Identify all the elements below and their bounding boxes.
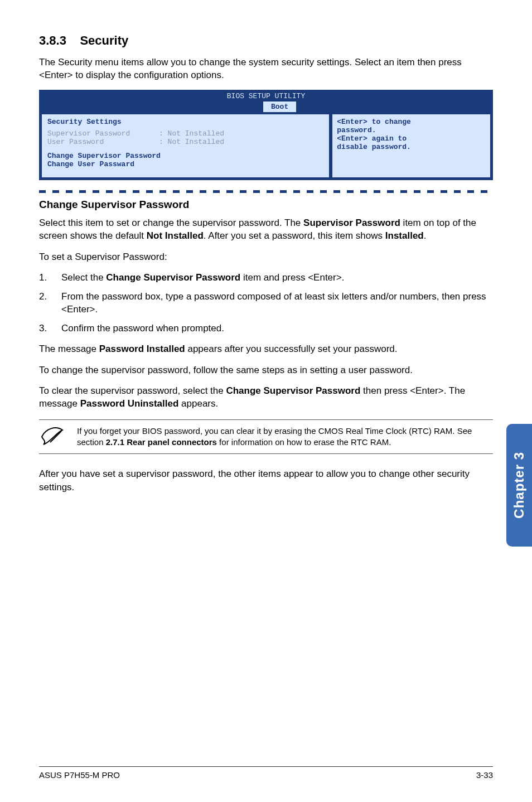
bold-text: Change Supervisor Password	[226, 385, 360, 396]
step-1: 1. Select the Change Supervisor Password…	[39, 271, 493, 284]
bios-row-label: User Password	[47, 138, 159, 146]
bios-tab-boot: Boot	[263, 102, 296, 112]
footer-page-number: 3-33	[476, 770, 493, 780]
bold-text: 2.7.1 Rear panel connectors	[106, 437, 217, 447]
section-number: 3.8.3	[39, 33, 66, 47]
section-heading: 3.8.3 Security	[39, 33, 493, 48]
bios-title: BIOS SETUP UTILITY	[40, 91, 492, 102]
step-number: 1.	[39, 271, 61, 284]
step-number: 3.	[39, 322, 61, 335]
text: Select this item to set or change the su…	[39, 218, 303, 228]
bios-help-line: password.	[337, 126, 486, 134]
bios-help-line: disable password.	[337, 143, 486, 151]
intro-paragraph: The Security menu items allow you to cha…	[39, 56, 493, 82]
subheading-change-supervisor: Change Supervisor Password	[39, 199, 493, 211]
step-text: From the password box, type a password c…	[61, 290, 493, 316]
page-footer: ASUS P7H55-M PRO 3-33	[39, 766, 493, 780]
chapter-side-tab: Chapter 3	[506, 424, 532, 547]
step-2: 2. From the password box, type a passwor…	[39, 290, 493, 316]
bold-text: Supervisor Password	[303, 218, 400, 228]
step-number: 2.	[39, 290, 61, 316]
bios-row-label: Supervisor Password	[47, 129, 159, 138]
text: .	[424, 230, 427, 241]
bios-help-line: <Enter> to change	[337, 118, 486, 126]
bold-text: Change Supervisor Password	[106, 272, 240, 283]
bios-action-change-user: Change User Passward	[47, 160, 323, 168]
note-text: If you forget your BIOS password, you ca…	[77, 426, 493, 448]
step-text: Confirm the password when prompted.	[61, 322, 224, 335]
bios-help-line: <Enter> again to	[337, 134, 486, 143]
section-title-text: Security	[80, 33, 128, 47]
text: item and press <Enter>.	[240, 272, 344, 283]
bios-action-change-supervisor: Change Supervisor Password	[47, 152, 323, 160]
step-3: 3. Confirm the password when prompted.	[39, 322, 493, 335]
chapter-label: Chapter 3	[511, 452, 527, 519]
bold-text: Installed	[385, 230, 424, 241]
note-block: If you forget your BIOS password, you ca…	[39, 419, 493, 455]
bios-screenshot: BIOS SETUP UTILITY Boot Security Setting…	[39, 90, 493, 180]
torn-edge-decoration	[39, 190, 493, 193]
footer-product: ASUS P7H55-M PRO	[39, 770, 120, 780]
text: . After you set a password, this item sh…	[204, 230, 385, 241]
bold-text: Not Installed	[147, 230, 204, 241]
paragraph-5: To clear the supervisor password, select…	[39, 384, 493, 410]
text: To clear the supervisor password, select…	[39, 385, 226, 396]
bios-panel-heading: Security Settings	[47, 118, 323, 126]
paragraph-3: The message Password Installed appears a…	[39, 342, 493, 355]
paragraph-4: To change the supervisor password, follo…	[39, 364, 493, 376]
steps-list: 1. Select the Change Supervisor Password…	[39, 271, 493, 335]
bios-row-value: : Not Installed	[159, 138, 224, 146]
bios-row-user: User Password : Not Installed	[47, 138, 323, 146]
bold-text: Password Installed	[99, 344, 185, 354]
text: appears.	[178, 398, 218, 409]
text: The message	[39, 344, 99, 354]
paragraph-2: To set a Supervisor Password:	[39, 250, 493, 263]
svg-line-0	[50, 431, 61, 442]
text: for information on how to erase the RTC …	[217, 437, 391, 447]
bios-left-panel: Security Settings Supervisor Password : …	[41, 114, 330, 178]
bios-row-value: : Not Installed	[159, 129, 224, 138]
paragraph-6: After you have set a supervisor password…	[39, 467, 493, 494]
note-icon	[39, 426, 66, 448]
paragraph-1: Select this item to set or change the su…	[39, 216, 493, 243]
bios-help-panel: <Enter> to change password. <Enter> agai…	[332, 114, 491, 178]
bold-text: Password Uninstalled	[80, 398, 179, 409]
text: Select the	[61, 272, 106, 283]
bios-tab-bar: Boot	[40, 102, 492, 113]
step-text: Select the Change Supervisor Password it…	[61, 271, 344, 284]
text: appears after you successfully set your …	[185, 344, 398, 354]
bios-row-supervisor: Supervisor Password : Not Installed	[47, 129, 323, 138]
